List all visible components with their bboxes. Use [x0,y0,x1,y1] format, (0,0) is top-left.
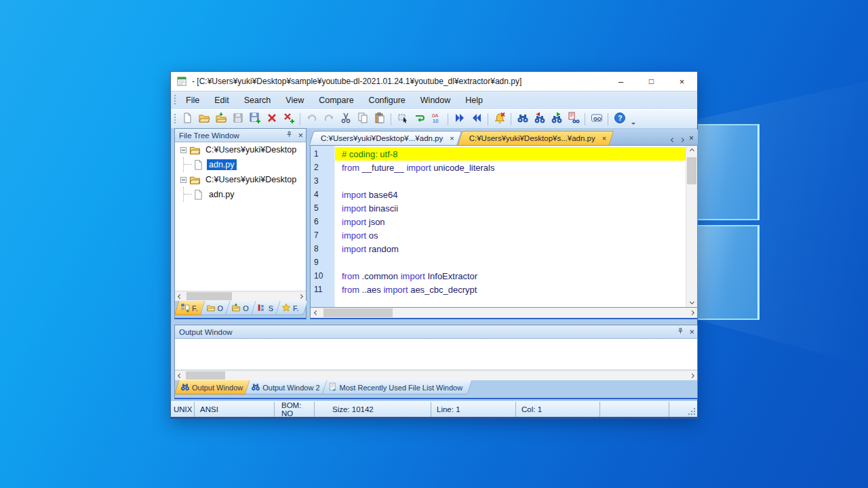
menu-configure[interactable]: Configure [361,92,413,109]
select-rect-button[interactable] [395,111,410,127]
open-folder-add-button[interactable] [213,111,229,127]
copy-button[interactable] [355,111,370,127]
tree-file-row[interactable]: adn.py [175,187,306,202]
go-button[interactable]: GO [589,111,604,127]
token-kw: import [342,190,366,200]
tree-file-label-selected[interactable]: adn.py [207,159,237,170]
find-prev-button[interactable] [532,111,547,127]
tree-collapse-icon[interactable] [180,147,186,153]
editor-pane[interactable]: 1# coding: utf-82from __future__ import … [310,145,698,308]
tab-close-icon[interactable]: × [450,134,454,142]
output-content[interactable] [175,339,697,370]
close-red-add-button[interactable] [281,111,296,127]
tree-file-row[interactable]: adn.py [175,157,306,172]
bell-disable-icon [494,112,506,127]
tab-scroll-right-icon[interactable] [680,132,684,144]
editor-tab-2[interactable]: C:¥Users¥yuki¥Desktop¥s...¥adn.py× [460,131,612,145]
file-tree-tab-5[interactable]: F. [277,301,306,315]
tree-file-label[interactable]: adn.py [207,189,237,200]
toolbar-overflow-button[interactable] [629,119,637,127]
close-red-icon [266,112,278,127]
find-in-files-button[interactable] [566,111,581,127]
save-add-button[interactable] [247,111,262,127]
scroll-right-icon[interactable] [687,371,697,381]
line-wrap-button[interactable] [412,111,427,127]
code-line[interactable]: 2from __future__ import unicode_literals [311,161,686,174]
tree-folder-label[interactable]: C:¥Users¥yuki¥Desktop [203,144,298,155]
find-icon [517,112,529,127]
editor-vscrollbar[interactable] [686,146,697,307]
scroll-thumb[interactable] [323,308,393,317]
menu-compare[interactable]: Compare [311,92,361,109]
output-tab-1[interactable]: Output Window [176,380,250,394]
redo-icon [323,112,335,127]
panel-close-icon[interactable]: × [298,131,303,140]
code-line[interactable]: 4import base64 [311,188,686,201]
tree-folder-label[interactable]: C:¥Users¥yuki¥Desktop [203,174,298,185]
find-next-button[interactable] [549,111,564,127]
pin-icon[interactable] [285,130,294,140]
next-diff-icon [454,112,466,127]
scroll-up-icon[interactable] [686,146,698,156]
new-file-button[interactable] [179,111,195,127]
tree-folder-row[interactable]: C:¥Users¥yuki¥Desktop [175,172,306,187]
menu-edit[interactable]: Edit [207,92,237,109]
editor-tab-1[interactable]: C:¥Users¥yuki¥Desktop¥...¥adn.py× [311,131,460,145]
prev-diff-icon [471,112,483,127]
code-line[interactable]: 6import json [311,215,686,228]
paste-button[interactable] [372,111,387,127]
doc-icon [193,189,204,201]
menu-view[interactable]: View [278,92,311,109]
scroll-thumb[interactable] [687,157,696,184]
tree-folder-row[interactable]: C:¥Users¥yuki¥Desktop [175,142,306,157]
editor-hscrollbar[interactable] [310,308,698,319]
minimize-button[interactable]: – [606,72,636,91]
code-line[interactable]: 8import random [311,242,686,256]
output-hscrollbar[interactable] [175,370,697,380]
cut-button[interactable] [338,111,353,127]
file-tree-hscrollbar[interactable] [175,291,306,301]
scroll-left-icon[interactable] [175,291,185,302]
panel-close-icon[interactable]: × [689,327,694,336]
scroll-thumb[interactable] [186,371,225,380]
prev-diff-button[interactable] [469,111,484,127]
bell-disable-button[interactable] [492,111,507,127]
code-line[interactable]: 7import os [311,228,686,242]
find-button[interactable] [515,111,530,127]
next-diff-button[interactable] [452,111,467,127]
code-line[interactable]: 1# coding: utf-8 [311,147,686,161]
pin-icon[interactable] [676,327,685,337]
scroll-right-icon[interactable] [296,291,306,302]
token-id: InfoExtractor [425,271,477,281]
open-folder-button[interactable] [196,111,212,127]
tab-scroll-left-icon[interactable] [671,132,675,144]
maximize-button[interactable]: □ [636,72,667,91]
folder-small-icon [206,303,216,314]
tab-close-icon[interactable]: × [602,134,606,142]
menu-search[interactable]: Search [237,92,279,109]
tab-close-icon[interactable]: × [689,134,694,142]
close-button[interactable]: × [667,72,697,91]
code-line[interactable]: 3 [311,174,686,188]
scroll-down-icon[interactable] [686,297,698,307]
menu-window[interactable]: Window [413,92,458,109]
menu-file[interactable]: File [178,92,207,109]
scroll-right-icon[interactable] [686,311,697,314]
code-line[interactable]: 9 [311,256,686,269]
close-red-button[interactable] [264,111,279,127]
output-tab-3[interactable]: Most Recently Used File List Window [324,380,470,394]
menu-help[interactable]: Help [458,92,490,109]
scroll-thumb[interactable] [186,292,232,300]
token-id: os [366,230,378,241]
tree-collapse-icon[interactable] [180,177,186,183]
scroll-left-icon[interactable] [175,371,185,381]
help-button[interactable]: ? [612,111,627,127]
resize-grip[interactable] [688,402,697,417]
char-code-button[interactable]: 0A10 [429,111,444,127]
code-line[interactable]: 5import binascii [311,201,686,215]
output-tab-2[interactable]: Output Window 2 [247,380,326,394]
code-area[interactable]: 1# coding: utf-82from __future__ import … [311,147,686,296]
code-line[interactable]: 11from ..aes import aes_cbc_decrypt [311,283,686,296]
code-line[interactable]: 10from .common import InfoExtractor [311,269,686,283]
scroll-left-icon[interactable] [311,311,321,314]
